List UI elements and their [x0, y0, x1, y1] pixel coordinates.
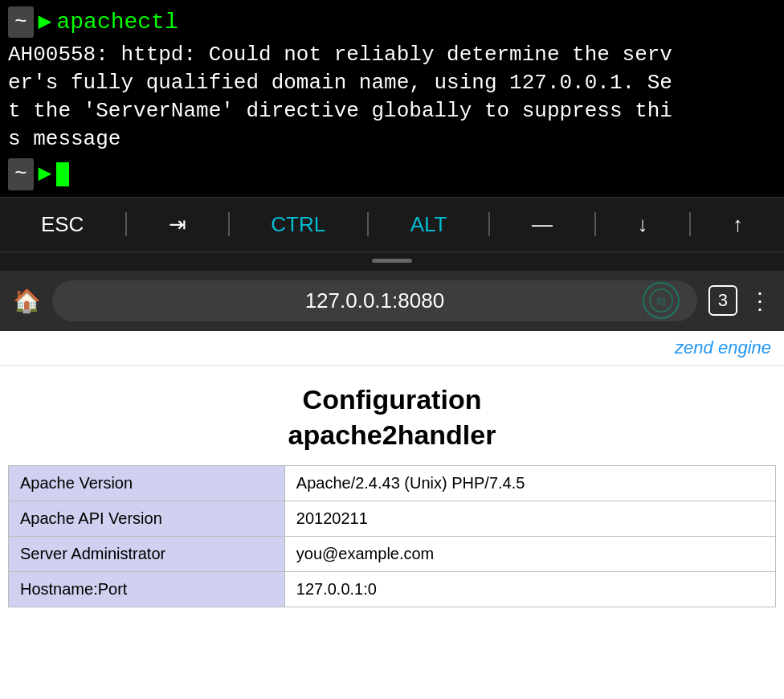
keyboard-bar: ESC ⇥ CTRL ALT — ↓ ↑: [0, 197, 784, 252]
arrow-icon-2: ▶: [39, 159, 52, 190]
table-cell-label: Apache Version: [9, 465, 285, 501]
web-content: zend engine Configuration apache2handler…: [0, 331, 784, 699]
alt-key[interactable]: ALT: [402, 209, 455, 240]
table-row: Server Administratoryou@example.com: [9, 536, 776, 571]
command-text: apachectl: [56, 7, 178, 38]
tab-badge[interactable]: 3: [708, 285, 737, 316]
svg-text:知: 知: [656, 296, 666, 307]
table-cell-value: Apache/2.4.43 (Unix) PHP/7.4.5: [284, 465, 775, 501]
cursor-block: [56, 162, 69, 186]
address-text: 127.0.0.1:8080: [305, 288, 445, 313]
tilde-box-2: ~: [8, 158, 34, 190]
ctrl-key[interactable]: CTRL: [263, 209, 333, 240]
terminal-output: AH00558: httpd: Could not reliably deter…: [8, 41, 776, 153]
key-divider-2: [228, 212, 230, 236]
table-cell-label: Server Administrator: [9, 536, 285, 571]
browser-bar: 🏠 127.0.0.1:8080 知 3 ⋮: [0, 271, 784, 331]
esc-key[interactable]: ESC: [33, 209, 92, 240]
table-cell-value: 20120211: [284, 501, 775, 536]
terminal: ~ ▶ apachectl AH00558: httpd: Could not …: [0, 0, 784, 197]
table-cell-value: you@example.com: [284, 536, 775, 571]
zend-text: zend engine: [675, 337, 771, 358]
swipe-indicator: [372, 259, 412, 263]
table-cell-label: Apache API Version: [9, 501, 285, 536]
terminal-cursor-line: ~ ▶: [8, 158, 776, 190]
key-divider-1: [125, 212, 127, 236]
watermark-logo: 知: [641, 280, 681, 321]
arrow-icon: ▶: [39, 7, 52, 38]
table-row: Apache API Version20120211: [9, 501, 776, 536]
table-cell-value: 127.0.0.1:0: [284, 571, 775, 607]
up-key[interactable]: ↑: [725, 209, 751, 240]
phpinfo-table: Apache VersionApache/2.4.43 (Unix) PHP/7…: [8, 465, 776, 607]
key-divider-6: [689, 212, 691, 236]
key-divider-4: [488, 212, 490, 236]
key-divider-5: [594, 212, 596, 236]
table-row: Apache VersionApache/2.4.43 (Unix) PHP/7…: [9, 465, 776, 501]
key-divider-3: [367, 212, 369, 236]
more-button[interactable]: ⋮: [749, 288, 771, 314]
table-row: Hostname:Port127.0.0.1:0: [9, 571, 776, 607]
down-key[interactable]: ↓: [630, 209, 656, 240]
home-icon[interactable]: 🏠: [13, 288, 41, 314]
terminal-prompt-line: ~ ▶ apachectl: [8, 6, 776, 38]
phpinfo-title: Configuration apache2handler: [0, 366, 784, 457]
dash-key[interactable]: —: [524, 209, 561, 240]
config-title: Configuration apache2handler: [0, 382, 784, 452]
table-cell-label: Hostname:Port: [9, 571, 285, 607]
zend-banner: zend engine: [0, 331, 784, 366]
address-bar[interactable]: 127.0.0.1:8080 知: [52, 280, 697, 321]
tab-key[interactable]: ⇥: [161, 209, 194, 240]
tilde-box: ~: [8, 6, 34, 38]
